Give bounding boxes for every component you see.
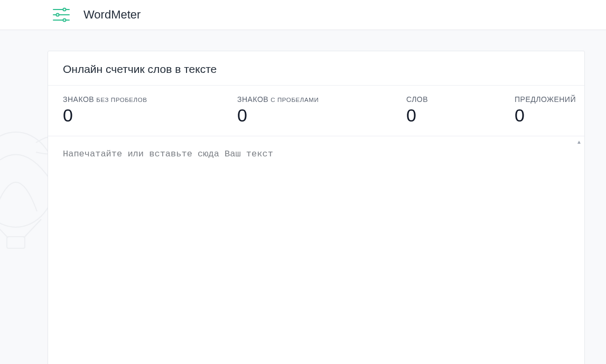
header: WordMeter bbox=[0, 0, 606, 30]
stat-label: ПРЕДЛОЖЕНИЙ bbox=[515, 95, 576, 104]
stat-words: СЛОВ 0 bbox=[406, 95, 515, 125]
stat-value: 0 bbox=[406, 106, 515, 125]
stat-chars-with-spaces: ЗНАКОВ С ПРОБЕЛАМИ 0 bbox=[237, 95, 406, 125]
svg-point-3 bbox=[63, 8, 66, 11]
scroll-up-icon: ▲ bbox=[576, 138, 582, 145]
stat-value: 0 bbox=[515, 106, 576, 125]
svg-point-4 bbox=[56, 13, 59, 16]
stat-label-sub: С ПРОБЕЛАМИ bbox=[271, 97, 319, 103]
stat-label: ЗНАКОВ С ПРОБЕЛАМИ bbox=[237, 95, 406, 104]
svg-point-5 bbox=[63, 18, 66, 21]
stat-label-main: ЗНАКОВ bbox=[63, 95, 94, 104]
stat-value: 0 bbox=[63, 106, 237, 125]
stat-label: ЗНАКОВ БЕЗ ПРОБЕЛОВ bbox=[63, 95, 237, 104]
editor-wrap: ▲ bbox=[48, 136, 584, 364]
text-input[interactable] bbox=[48, 136, 584, 363]
svg-line-7 bbox=[0, 219, 8, 238]
stat-label: СЛОВ bbox=[406, 95, 515, 104]
stat-label-main: ЗНАКОВ bbox=[237, 95, 268, 104]
svg-line-8 bbox=[24, 219, 41, 238]
stat-label-main: СЛОВ bbox=[406, 95, 428, 104]
svg-rect-9 bbox=[7, 237, 25, 248]
stat-label-main: ПРЕДЛОЖЕНИЙ bbox=[515, 95, 576, 104]
stat-label-sub: БЕЗ ПРОБЕЛОВ bbox=[96, 97, 147, 103]
stat-sentences: ПРЕДЛОЖЕНИЙ 0 bbox=[515, 95, 576, 125]
stat-value: 0 bbox=[237, 106, 406, 125]
stats-row: ЗНАКОВ БЕЗ ПРОБЕЛОВ 0 ЗНАКОВ С ПРОБЕЛАМИ… bbox=[48, 86, 584, 136]
page-title: Онлайн счетчик слов в тексте bbox=[48, 51, 584, 86]
brand-name[interactable]: WordMeter bbox=[83, 8, 141, 22]
stat-chars-no-spaces: ЗНАКОВ БЕЗ ПРОБЕЛОВ 0 bbox=[63, 95, 237, 125]
word-counter-card: Онлайн счетчик слов в тексте ЗНАКОВ БЕЗ … bbox=[48, 51, 585, 364]
sliders-icon bbox=[52, 5, 71, 24]
